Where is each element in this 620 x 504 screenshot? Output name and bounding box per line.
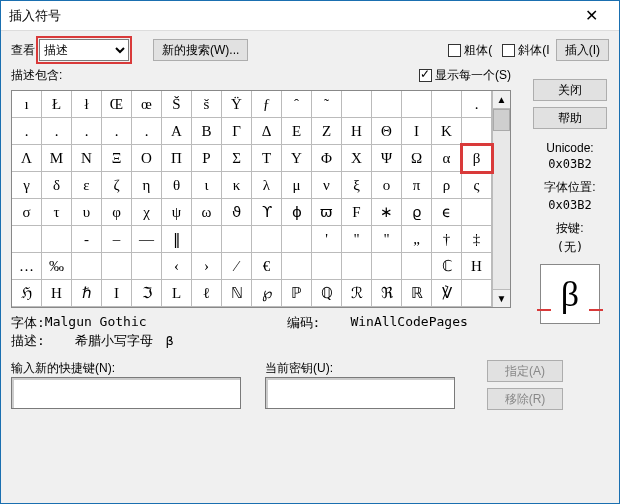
grid-cell[interactable]: Δ [252, 118, 282, 145]
grid-cell[interactable]: œ [132, 91, 162, 118]
remove-button[interactable]: 移除(R) [487, 388, 563, 410]
grid-cell[interactable] [252, 226, 282, 253]
grid-cell[interactable]: Π [162, 145, 192, 172]
grid-cell[interactable]: λ [252, 172, 282, 199]
grid-cell[interactable]: ƒ [252, 91, 282, 118]
grid-cell[interactable]: ℌ [12, 280, 42, 307]
grid-cell[interactable] [282, 226, 312, 253]
grid-cell[interactable]: † [432, 226, 462, 253]
grid-cell[interactable]: Β [192, 118, 222, 145]
grid-cell[interactable]: ο [372, 172, 402, 199]
grid-cell[interactable]: ϒ [252, 199, 282, 226]
grid-cell[interactable]: ψ [162, 199, 192, 226]
grid-cell[interactable]: γ [12, 172, 42, 199]
grid-cell[interactable]: . [72, 118, 102, 145]
grid-cell[interactable]: ε [72, 172, 102, 199]
grid-cell[interactable]: . [102, 118, 132, 145]
grid-cell[interactable] [102, 253, 132, 280]
grid-cell[interactable]: H [462, 253, 492, 280]
grid-cell[interactable] [222, 226, 252, 253]
grid-cell[interactable]: Ρ [192, 145, 222, 172]
grid-cell[interactable]: κ [222, 172, 252, 199]
grid-cell[interactable] [72, 253, 102, 280]
grid-cell[interactable]: ν [312, 172, 342, 199]
grid-cell[interactable]: . [462, 91, 492, 118]
grid-cell[interactable]: ℚ [312, 280, 342, 307]
grid-cell[interactable]: ˜ [312, 91, 342, 118]
bold-checkbox[interactable]: 粗体( [448, 42, 492, 59]
grid-cell[interactable]: Š [162, 91, 192, 118]
grid-cell[interactable]: ℏ [72, 280, 102, 307]
grid-cell[interactable]: Œ [102, 91, 132, 118]
grid-cell[interactable]: „ [402, 226, 432, 253]
grid-cell[interactable]: ‰ [42, 253, 72, 280]
scroll-up-icon[interactable]: ▲ [493, 91, 510, 109]
grid-cell[interactable]: ς [462, 172, 492, 199]
grid-cell[interactable]: ℛ [342, 280, 372, 307]
grid-cell[interactable]: ι [192, 172, 222, 199]
grid-cell[interactable] [192, 226, 222, 253]
new-hotkey-input[interactable] [11, 377, 241, 409]
grid-cell[interactable]: ⁄ [222, 253, 252, 280]
grid-cell[interactable]: . [12, 118, 42, 145]
grid-cell[interactable] [462, 118, 492, 145]
grid-cell[interactable]: Σ [222, 145, 252, 172]
grid-cell[interactable]: Ÿ [222, 91, 252, 118]
grid-cell[interactable]: Τ [252, 145, 282, 172]
grid-cell[interactable]: π [402, 172, 432, 199]
grid-cell[interactable]: Ł [42, 91, 72, 118]
grid-cell[interactable]: ˆ [282, 91, 312, 118]
grid-cell[interactable] [462, 199, 492, 226]
grid-cell[interactable] [372, 253, 402, 280]
grid-cell[interactable]: Η [342, 118, 372, 145]
italic-checkbox[interactable]: 斜体(I [502, 42, 549, 59]
grid-cell[interactable]: ζ [102, 172, 132, 199]
grid-cell[interactable] [42, 226, 72, 253]
grid-cell[interactable]: ℙ [282, 280, 312, 307]
grid-cell[interactable]: H [42, 280, 72, 307]
grid-cell[interactable]: θ [162, 172, 192, 199]
grid-cell[interactable]: ℂ [432, 253, 462, 280]
grid-cell[interactable]: χ [132, 199, 162, 226]
grid-cell[interactable]: δ [42, 172, 72, 199]
new-search-button[interactable]: 新的搜索(W)... [153, 39, 248, 61]
grid-cell[interactable]: š [192, 91, 222, 118]
grid-cell[interactable]: › [192, 253, 222, 280]
grid-cell[interactable] [132, 253, 162, 280]
grid-cell[interactable]: ℣ [432, 280, 462, 307]
help-button[interactable]: 帮助 [533, 107, 607, 129]
grid-cell[interactable]: ϵ [432, 199, 462, 226]
grid-cell[interactable]: Ν [72, 145, 102, 172]
grid-cell[interactable]: I [102, 280, 132, 307]
grid-cell[interactable] [282, 253, 312, 280]
grid-cell[interactable]: Ε [282, 118, 312, 145]
grid-cell[interactable]: ℕ [222, 280, 252, 307]
current-key-input[interactable] [265, 377, 455, 409]
grid-cell[interactable]: Ζ [312, 118, 342, 145]
grid-cell[interactable]: υ [72, 199, 102, 226]
scrollbar[interactable]: ▲ ▼ [492, 91, 510, 307]
scroll-thumb[interactable] [493, 109, 510, 131]
grid-cell[interactable]: ℓ [192, 280, 222, 307]
grid-cell[interactable] [402, 91, 432, 118]
assign-button[interactable]: 指定(A) [487, 360, 563, 382]
grid-cell[interactable]: ρ [432, 172, 462, 199]
grid-cell[interactable]: ω [192, 199, 222, 226]
grid-cell[interactable]: ℘ [252, 280, 282, 307]
grid-cell[interactable]: μ [282, 172, 312, 199]
insert-button[interactable]: 插入(I) [556, 39, 609, 61]
grid-cell[interactable] [402, 253, 432, 280]
grid-cell[interactable] [432, 91, 462, 118]
grid-cell[interactable]: F [342, 199, 372, 226]
grid-cell[interactable] [462, 280, 492, 307]
close-icon[interactable]: ✕ [571, 6, 611, 25]
grid-cell[interactable]: Θ [372, 118, 402, 145]
grid-cell[interactable]: – [102, 226, 132, 253]
grid-cell[interactable]: Χ [342, 145, 372, 172]
grid-cell[interactable]: η [132, 172, 162, 199]
grid-cell[interactable]: ∗ [372, 199, 402, 226]
grid-cell[interactable]: ‖ [162, 226, 192, 253]
grid-cell[interactable]: ı [12, 91, 42, 118]
grid-cell[interactable]: ϖ [312, 199, 342, 226]
grid-cell[interactable]: Α [162, 118, 192, 145]
